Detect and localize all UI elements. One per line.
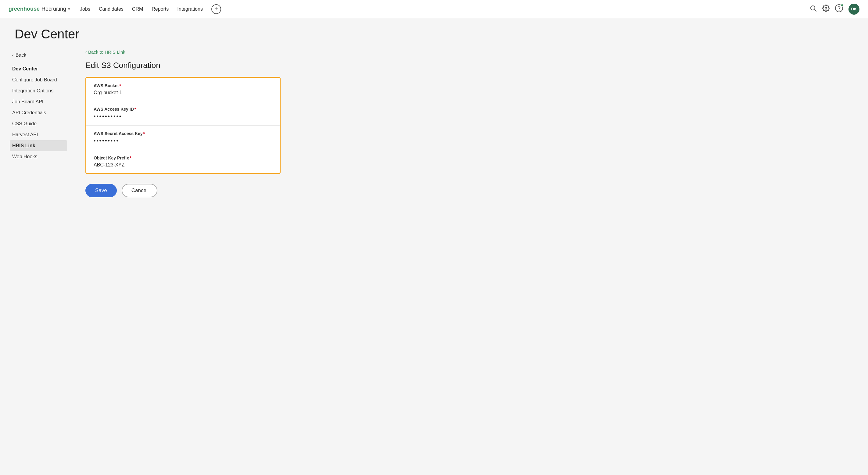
aws-bucket-field: AWS Bucket* Org-bucket-1 xyxy=(86,78,280,101)
sidebar-back-button[interactable]: ‹ Back xyxy=(12,53,67,58)
aws-bucket-value[interactable]: Org-bucket-1 xyxy=(94,90,272,95)
s3-config-form: AWS Bucket* Org-bucket-1 AWS Access Key … xyxy=(85,77,281,174)
object-key-prefix-label: Object Key Prefix* xyxy=(94,156,272,160)
aws-access-key-value[interactable]: •••••••••• xyxy=(94,114,272,120)
user-avatar[interactable]: DK xyxy=(848,4,860,14)
sidebar: ‹ Back Dev Center Configure Job Board In… xyxy=(0,46,67,463)
cancel-button[interactable]: Cancel xyxy=(122,184,157,197)
nav-candidates[interactable]: Candidates xyxy=(99,6,124,12)
notification-badge xyxy=(841,4,844,7)
aws-secret-key-field: AWS Secret Access Key* ••••••••• xyxy=(86,126,280,150)
page-wrapper: Dev Center ‹ Back Dev Center Configure J… xyxy=(0,18,868,475)
add-button[interactable]: + xyxy=(211,4,221,14)
nav-jobs[interactable]: Jobs xyxy=(80,6,90,12)
sidebar-item-configure-job-board[interactable]: Configure Job Board xyxy=(12,74,67,85)
sidebar-item-integration-options[interactable]: Integration Options xyxy=(12,85,67,96)
search-icon[interactable] xyxy=(809,5,817,14)
form-title: Edit S3 Configuration xyxy=(85,61,850,70)
logo[interactable]: greenhouse Recruiting ▾ xyxy=(8,6,70,12)
help-icon[interactable] xyxy=(835,4,843,14)
aws-access-key-field: AWS Access Key ID* •••••••••• xyxy=(86,101,280,126)
object-key-prefix-field: Object Key Prefix* ABC-123-XYZ xyxy=(86,150,280,173)
aws-secret-key-label: AWS Secret Access Key* xyxy=(94,131,272,136)
content-area: ‹ Back Dev Center Configure Job Board In… xyxy=(0,46,868,475)
svg-point-4 xyxy=(839,10,839,10)
sidebar-section-title: Dev Center xyxy=(12,63,67,74)
logo-greenhouse: greenhouse xyxy=(8,6,40,12)
logo-recruiting: Recruiting xyxy=(41,6,66,12)
form-button-row: Save Cancel xyxy=(85,184,850,197)
save-button[interactable]: Save xyxy=(85,184,117,197)
nav-reports[interactable]: Reports xyxy=(152,6,169,12)
required-star-3: * xyxy=(143,131,145,136)
aws-secret-key-value[interactable]: ••••••••• xyxy=(94,138,272,144)
sidebar-item-hris-link[interactable]: HRIS Link xyxy=(10,140,67,151)
aws-bucket-label: AWS Bucket* xyxy=(94,83,272,88)
page-title-bar: Dev Center xyxy=(0,18,868,46)
required-star-1: * xyxy=(119,83,121,88)
required-star-2: * xyxy=(134,107,136,112)
back-to-hris-link[interactable]: ‹ Back to HRIS Link xyxy=(85,50,850,55)
required-star-4: * xyxy=(130,156,131,160)
object-key-prefix-value[interactable]: ABC-123-XYZ xyxy=(94,162,272,168)
nav-links: Jobs Candidates CRM Reports Integrations… xyxy=(80,4,800,14)
logo-chevron-icon[interactable]: ▾ xyxy=(68,7,70,11)
settings-icon[interactable] xyxy=(822,5,830,14)
nav-integrations[interactable]: Integrations xyxy=(177,6,203,12)
sidebar-item-harvest-api[interactable]: Harvest API xyxy=(12,129,67,140)
nav-crm[interactable]: CRM xyxy=(132,6,143,12)
sidebar-item-css-guide[interactable]: CSS Guide xyxy=(12,118,67,129)
main-content: ‹ Back to HRIS Link Edit S3 Configuratio… xyxy=(67,46,868,463)
back-link-label: Back to HRIS Link xyxy=(88,50,125,55)
top-navigation: greenhouse Recruiting ▾ Jobs Candidates … xyxy=(0,0,868,18)
svg-line-1 xyxy=(815,9,816,11)
svg-point-2 xyxy=(825,7,827,9)
page-title: Dev Center xyxy=(14,27,854,41)
sidebar-back-label: Back xyxy=(16,53,27,58)
nav-right-icons: DK xyxy=(809,4,860,14)
back-chevron-icon: ‹ xyxy=(85,50,87,55)
sidebar-item-job-board-api[interactable]: Job Board API xyxy=(12,96,67,107)
sidebar-item-api-credentials[interactable]: API Credentials xyxy=(12,107,67,118)
sidebar-item-web-hooks[interactable]: Web Hooks xyxy=(12,151,67,162)
chevron-left-icon: ‹ xyxy=(12,53,14,58)
aws-access-key-label: AWS Access Key ID* xyxy=(94,107,272,112)
